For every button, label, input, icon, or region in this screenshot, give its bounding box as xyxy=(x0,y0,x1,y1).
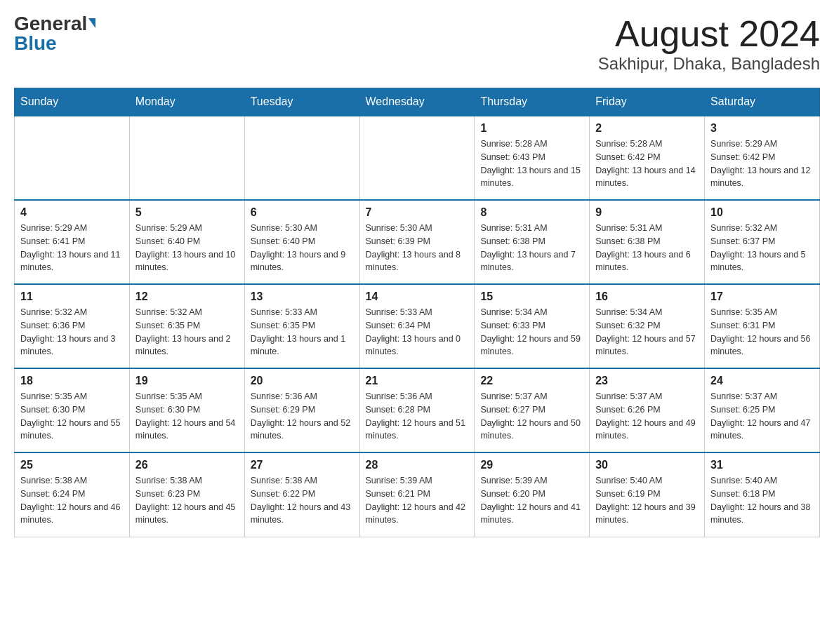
day-number: 31 xyxy=(710,459,814,471)
col-header-friday: Friday xyxy=(590,88,705,116)
day-number: 3 xyxy=(710,122,814,135)
day-info: Sunrise: 5:38 AMSunset: 6:24 PMDaylight:… xyxy=(20,474,124,527)
col-header-wednesday: Wednesday xyxy=(359,88,475,116)
calendar-cell: 25Sunrise: 5:38 AMSunset: 6:24 PMDayligh… xyxy=(15,452,130,537)
calendar-cell: 23Sunrise: 5:37 AMSunset: 6:26 PMDayligh… xyxy=(590,368,705,452)
day-number: 4 xyxy=(20,206,124,219)
logo: General Blue xyxy=(14,14,95,53)
calendar-cell: 10Sunrise: 5:32 AMSunset: 6:37 PMDayligh… xyxy=(705,200,820,284)
day-number: 14 xyxy=(366,290,469,303)
day-number: 11 xyxy=(20,290,124,303)
day-info: Sunrise: 5:35 AMSunset: 6:30 PMDaylight:… xyxy=(135,390,239,443)
day-number: 27 xyxy=(251,459,354,471)
calendar-cell: 16Sunrise: 5:34 AMSunset: 6:32 PMDayligh… xyxy=(590,284,705,368)
day-number: 18 xyxy=(20,375,124,387)
day-info: Sunrise: 5:37 AMSunset: 6:27 PMDaylight:… xyxy=(480,390,583,443)
day-number: 21 xyxy=(366,375,469,387)
day-number: 6 xyxy=(251,206,354,219)
calendar-cell: 28Sunrise: 5:39 AMSunset: 6:21 PMDayligh… xyxy=(359,452,475,537)
page-title: August 2024 xyxy=(598,14,820,54)
day-info: Sunrise: 5:30 AMSunset: 6:39 PMDaylight:… xyxy=(366,222,469,274)
day-number: 12 xyxy=(135,290,239,303)
calendar-cell: 17Sunrise: 5:35 AMSunset: 6:31 PMDayligh… xyxy=(705,284,820,368)
calendar-cell: 7Sunrise: 5:30 AMSunset: 6:39 PMDaylight… xyxy=(359,200,475,284)
calendar-cell: 1Sunrise: 5:28 AMSunset: 6:43 PMDaylight… xyxy=(475,116,590,200)
calendar-week-row: 4Sunrise: 5:29 AMSunset: 6:41 PMDaylight… xyxy=(15,200,820,284)
calendar-cell: 9Sunrise: 5:31 AMSunset: 6:38 PMDaylight… xyxy=(590,200,705,284)
calendar-cell: 29Sunrise: 5:39 AMSunset: 6:20 PMDayligh… xyxy=(475,452,590,537)
calendar-cell: 5Sunrise: 5:29 AMSunset: 6:40 PMDaylight… xyxy=(129,200,244,284)
calendar-cell: 6Sunrise: 5:30 AMSunset: 6:40 PMDaylight… xyxy=(244,200,359,284)
calendar-cell: 2Sunrise: 5:28 AMSunset: 6:42 PMDaylight… xyxy=(590,116,705,200)
day-info: Sunrise: 5:35 AMSunset: 6:30 PMDaylight:… xyxy=(20,390,124,443)
day-number: 9 xyxy=(595,206,699,219)
calendar-cell: 19Sunrise: 5:35 AMSunset: 6:30 PMDayligh… xyxy=(129,368,244,452)
day-number: 24 xyxy=(710,375,814,387)
day-number: 8 xyxy=(480,206,583,219)
day-info: Sunrise: 5:40 AMSunset: 6:18 PMDaylight:… xyxy=(710,474,814,527)
day-number: 7 xyxy=(366,206,469,219)
calendar-cell: 8Sunrise: 5:31 AMSunset: 6:38 PMDaylight… xyxy=(475,200,590,284)
day-number: 28 xyxy=(366,459,469,471)
day-info: Sunrise: 5:36 AMSunset: 6:28 PMDaylight:… xyxy=(366,390,469,443)
day-info: Sunrise: 5:38 AMSunset: 6:23 PMDaylight:… xyxy=(135,474,239,527)
day-info: Sunrise: 5:28 AMSunset: 6:43 PMDaylight:… xyxy=(480,137,583,190)
calendar-cell: 15Sunrise: 5:34 AMSunset: 6:33 PMDayligh… xyxy=(475,284,590,368)
day-info: Sunrise: 5:32 AMSunset: 6:35 PMDaylight:… xyxy=(135,306,239,358)
calendar-cell: 20Sunrise: 5:36 AMSunset: 6:29 PMDayligh… xyxy=(244,368,359,452)
day-number: 30 xyxy=(595,459,699,471)
calendar-cell: 11Sunrise: 5:32 AMSunset: 6:36 PMDayligh… xyxy=(15,284,130,368)
logo-general-text: General xyxy=(14,14,87,34)
day-info: Sunrise: 5:33 AMSunset: 6:35 PMDaylight:… xyxy=(251,306,354,358)
day-info: Sunrise: 5:29 AMSunset: 6:40 PMDaylight:… xyxy=(135,222,239,274)
calendar-cell xyxy=(244,116,359,200)
day-info: Sunrise: 5:36 AMSunset: 6:29 PMDaylight:… xyxy=(251,390,354,443)
calendar-cell: 18Sunrise: 5:35 AMSunset: 6:30 PMDayligh… xyxy=(15,368,130,452)
day-number: 26 xyxy=(135,459,239,471)
day-number: 15 xyxy=(480,290,583,303)
day-info: Sunrise: 5:37 AMSunset: 6:26 PMDaylight:… xyxy=(595,390,699,443)
col-header-thursday: Thursday xyxy=(475,88,590,116)
col-header-saturday: Saturday xyxy=(705,88,820,116)
calendar-table: SundayMondayTuesdayWednesdayThursdayFrid… xyxy=(14,88,820,537)
day-number: 23 xyxy=(595,375,699,387)
calendar-cell: 14Sunrise: 5:33 AMSunset: 6:34 PMDayligh… xyxy=(359,284,475,368)
day-number: 1 xyxy=(480,122,583,135)
col-header-tuesday: Tuesday xyxy=(244,88,359,116)
calendar-week-row: 18Sunrise: 5:35 AMSunset: 6:30 PMDayligh… xyxy=(15,368,820,452)
calendar-cell xyxy=(15,116,130,200)
logo-triangle-icon xyxy=(88,18,95,28)
day-info: Sunrise: 5:31 AMSunset: 6:38 PMDaylight:… xyxy=(595,222,699,274)
calendar-header-row: SundayMondayTuesdayWednesdayThursdayFrid… xyxy=(15,88,820,116)
day-info: Sunrise: 5:34 AMSunset: 6:32 PMDaylight:… xyxy=(595,306,699,358)
day-info: Sunrise: 5:29 AMSunset: 6:42 PMDaylight:… xyxy=(710,137,814,190)
day-number: 10 xyxy=(710,206,814,219)
day-info: Sunrise: 5:38 AMSunset: 6:22 PMDaylight:… xyxy=(251,474,354,527)
col-header-sunday: Sunday xyxy=(15,88,130,116)
page-header: General Blue August 2024 Sakhipur, Dhaka… xyxy=(14,14,820,74)
calendar-week-row: 25Sunrise: 5:38 AMSunset: 6:24 PMDayligh… xyxy=(15,452,820,537)
day-info: Sunrise: 5:29 AMSunset: 6:41 PMDaylight:… xyxy=(20,222,124,274)
day-info: Sunrise: 5:39 AMSunset: 6:20 PMDaylight:… xyxy=(480,474,583,527)
calendar-cell xyxy=(129,116,244,200)
day-info: Sunrise: 5:28 AMSunset: 6:42 PMDaylight:… xyxy=(595,137,699,190)
day-info: Sunrise: 5:30 AMSunset: 6:40 PMDaylight:… xyxy=(251,222,354,274)
day-number: 19 xyxy=(135,375,239,387)
calendar-week-row: 11Sunrise: 5:32 AMSunset: 6:36 PMDayligh… xyxy=(15,284,820,368)
calendar-cell: 21Sunrise: 5:36 AMSunset: 6:28 PMDayligh… xyxy=(359,368,475,452)
calendar-cell xyxy=(359,116,475,200)
calendar-cell: 4Sunrise: 5:29 AMSunset: 6:41 PMDaylight… xyxy=(15,200,130,284)
day-info: Sunrise: 5:31 AMSunset: 6:38 PMDaylight:… xyxy=(480,222,583,274)
calendar-cell: 3Sunrise: 5:29 AMSunset: 6:42 PMDaylight… xyxy=(705,116,820,200)
col-header-monday: Monday xyxy=(129,88,244,116)
day-number: 16 xyxy=(595,290,699,303)
day-number: 17 xyxy=(710,290,814,303)
day-info: Sunrise: 5:34 AMSunset: 6:33 PMDaylight:… xyxy=(480,306,583,358)
day-number: 2 xyxy=(595,122,699,135)
title-block: August 2024 Sakhipur, Dhaka, Bangladesh xyxy=(598,14,820,74)
day-info: Sunrise: 5:33 AMSunset: 6:34 PMDaylight:… xyxy=(366,306,469,358)
day-info: Sunrise: 5:39 AMSunset: 6:21 PMDaylight:… xyxy=(366,474,469,527)
logo-blue-text: Blue xyxy=(14,34,57,53)
page-subtitle: Sakhipur, Dhaka, Bangladesh xyxy=(598,54,820,74)
calendar-cell: 26Sunrise: 5:38 AMSunset: 6:23 PMDayligh… xyxy=(129,452,244,537)
